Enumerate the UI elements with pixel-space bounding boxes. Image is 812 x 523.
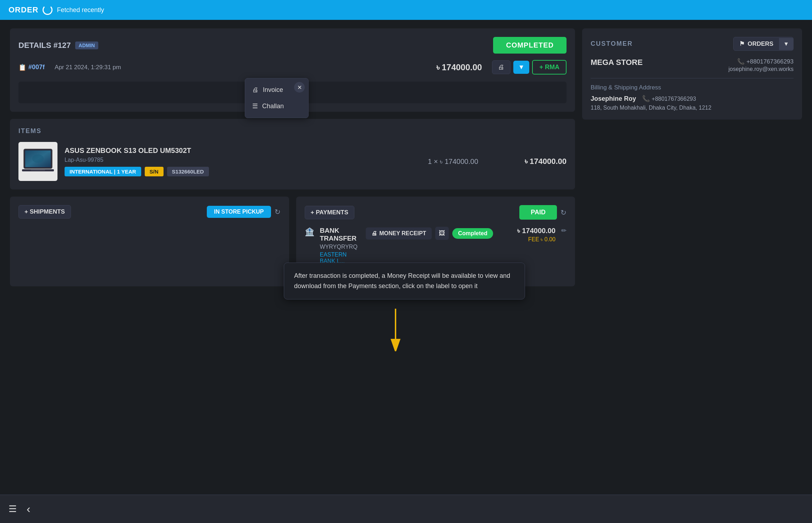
customer-right: 📞 +8801767366293 josephine.roy@xen.works [729, 58, 794, 72]
dropdown-button[interactable]: ▼ [513, 61, 530, 74]
store-name: MEGA STORE [591, 58, 720, 67]
payment-amount-col: ৳ 174000.00 FEE ৳ 0.00 [499, 227, 556, 243]
shipments-right: IN STORE PICKUP ↻ [207, 206, 280, 218]
page-title: ORDER [9, 5, 38, 15]
hamburger-icon[interactable]: ☰ [9, 503, 17, 514]
image-icon-button[interactable]: 🖼 [435, 227, 449, 240]
customer-top-row: MEGA STORE 📞 +8801767366293 josephine.ro… [591, 58, 794, 72]
tooltip-text: After transaction is completed, a Money … [294, 272, 510, 290]
svg-point-5 [32, 154, 44, 163]
payment-amount: ৳ 174000.00 [499, 227, 556, 235]
invoice-icon: 🖨 [252, 86, 259, 94]
payments-right: PAID ↻ [519, 205, 567, 220]
item-image [18, 142, 57, 181]
item-details: ASUS ZENBOOK S13 OLED UM5302T Lap-Asu-99… [65, 147, 410, 176]
payment-actions: 🖨 MONEY RECEIPT 🖼 Completed [366, 227, 493, 240]
customer-left: MEGA STORE [591, 58, 720, 72]
close-dropdown-button[interactable]: ✕ [294, 82, 305, 93]
store-email: josephine.roy@xen.works [729, 66, 794, 72]
completed-button[interactable]: COMPLETED [493, 37, 567, 54]
laptop-svg [20, 145, 56, 177]
refresh-shipments-icon[interactable]: ↻ [275, 208, 281, 216]
tooltip-box: After transaction is completed, a Money … [284, 263, 525, 299]
bank-icon: 🏦 [305, 227, 314, 237]
details-title-row: DETAILS #127 ADMIN [18, 41, 98, 50]
details-header: DETAILS #127 ADMIN COMPLETED [18, 37, 567, 54]
items-card: ITEMS [10, 119, 575, 189]
challan-menu-item[interactable]: ☰ Challan [245, 98, 308, 114]
item-name: ASUS ZENBOOK S13 OLED UM5302T [65, 147, 410, 155]
customer-header: CUSTOMER ⚑ ORDERS ▼ [591, 37, 794, 51]
completed-badge: Completed [452, 228, 493, 239]
tag-sn: S/N [145, 167, 164, 176]
billing-title: Billing & Shipping Address [591, 84, 794, 91]
phone-icon: 📞 [737, 58, 745, 65]
bottom-bar: ☰ ‹ [0, 495, 812, 523]
invoice-number: 📋 #007f [18, 64, 45, 71]
tag-international: INTERNATIONAL | 1 YEAR [65, 167, 141, 176]
orders-button[interactable]: ⚑ ORDERS [734, 37, 779, 50]
edit-icon[interactable]: ✏ [561, 227, 567, 235]
payment-type: BANK TRANSFER [320, 227, 360, 242]
refresh-payments-icon[interactable]: ↻ [560, 208, 567, 217]
back-icon[interactable]: ‹ [27, 502, 31, 516]
admin-badge: ADMIN [75, 42, 99, 49]
paid-button[interactable]: PAID [519, 205, 557, 220]
orders-button-group: ⚑ ORDERS ▼ [733, 37, 794, 51]
sync-label: Fetched recently [57, 6, 104, 14]
top-bar: ORDER Fetched recently [0, 0, 812, 20]
add-payments-button[interactable]: + PAYMENTS [305, 206, 354, 219]
customer-card: CUSTOMER ⚑ ORDERS ▼ MEGA STORE 📞 +8801 [582, 28, 802, 120]
customer-title: CUSTOMER [591, 40, 633, 48]
orders-dropdown-arrow[interactable]: ▼ [779, 38, 793, 50]
add-shipments-button[interactable]: + SHIPMENTS [18, 205, 71, 219]
divider [591, 78, 794, 78]
printer-icon: 🖨 [371, 230, 377, 237]
item-row: ASUS ZENBOOK S13 OLED UM5302T Lap-Asu-99… [18, 142, 567, 181]
item-sku: Lap-Asu-99785 [65, 157, 410, 163]
svg-rect-4 [31, 170, 45, 171]
store-phone: 📞 +8801767366293 [729, 58, 794, 65]
right-column: CUSTOMER ⚑ ORDERS ▼ MEGA STORE 📞 +8801 [582, 28, 802, 486]
details-title: DETAILS #127 [18, 41, 71, 50]
payments-header: + PAYMENTS PAID ↻ [305, 205, 567, 220]
item-tags: INTERNATIONAL | 1 YEAR S/N S132660LED [65, 167, 410, 176]
items-section-title: ITEMS [18, 127, 567, 135]
payment-ref: WYRYQRYRQ [320, 244, 360, 250]
dropdown-menu: 🖨 Invoice ☰ Challan ✕ [245, 78, 309, 118]
shipments-header: + SHIPMENTS IN STORE PICKUP ↻ [18, 205, 281, 219]
billing-name: Josephine Roy 📞 +8801767366293 [591, 95, 794, 103]
orders-icon: ⚑ [739, 40, 745, 48]
item-quantity: 1 × ৳ 174000.00 [418, 158, 488, 166]
in-store-button[interactable]: IN STORE PICKUP [207, 206, 271, 218]
sync-icon [43, 5, 53, 15]
billing-phone-icon: 📞 [642, 95, 650, 102]
item-total-price: ৳ 174000.00 [496, 157, 567, 166]
money-receipt-button[interactable]: 🖨 MONEY RECEIPT [366, 227, 432, 240]
action-buttons: 🖨 ▼ + RMA [492, 60, 567, 75]
order-amount: ৳ 174000.00 [436, 62, 482, 72]
tag-serial: S132660LED [167, 167, 209, 176]
shipments-card: + SHIPMENTS IN STORE PICKUP ↻ [10, 197, 289, 286]
payment-fee: FEE ৳ 0.00 [499, 236, 556, 243]
print-button[interactable]: 🖨 [492, 60, 510, 74]
order-row: 📋 #007f Apr 21 2024, 1:29:31 pm ৳ 174000… [18, 60, 567, 75]
order-date: Apr 21 2024, 1:29:31 pm [55, 64, 121, 71]
challan-icon: ☰ [252, 102, 258, 110]
main-content: DETAILS #127 ADMIN COMPLETED 📋 #007f Apr… [0, 20, 812, 495]
rma-button[interactable]: + RMA [532, 60, 567, 75]
arrow-down [387, 309, 404, 353]
billing-address: 118, South Mohakhali, Dhaka City, Dhaka,… [591, 105, 794, 111]
